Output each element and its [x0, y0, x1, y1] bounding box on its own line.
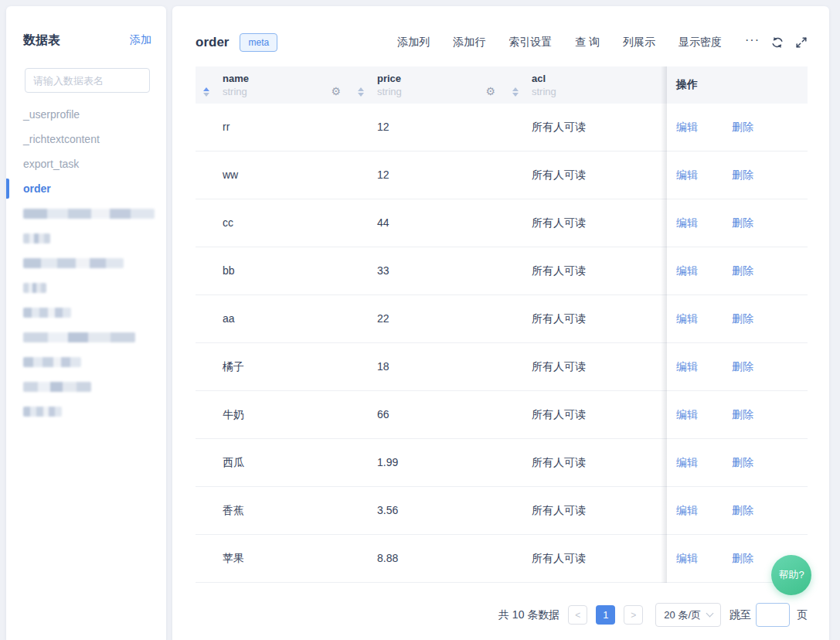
table-row: aa 22 所有人可读 编辑 删除	[196, 295, 808, 343]
chevron-down-icon	[706, 610, 714, 618]
cell-actions: 编辑 删除	[667, 199, 808, 247]
page-title: order	[196, 35, 229, 50]
help-button[interactable]: 帮助?	[771, 555, 811, 595]
sidebar-table-item-label: order	[23, 182, 51, 195]
delete-link[interactable]: 删除	[732, 264, 753, 277]
edit-link[interactable]: 编辑	[676, 312, 698, 325]
table-row: 橘子 18 所有人可读 编辑 删除	[196, 343, 808, 391]
sidebar-table-item-redacted[interactable]	[6, 300, 166, 325]
edit-link[interactable]: 编辑	[676, 360, 698, 373]
delete-link[interactable]: 删除	[732, 504, 753, 516]
add-table-button[interactable]: 添加	[130, 33, 151, 47]
edit-link[interactable]: 编辑	[676, 216, 698, 229]
cell-name: 苹果	[196, 535, 350, 582]
sidebar-table-item-redacted[interactable]	[6, 349, 166, 374]
sidebar-panel: 数据表 添加 _userprofile _richtextcontent exp…	[6, 6, 166, 640]
delete-link[interactable]: 删除	[732, 169, 753, 181]
cell-actions: 编辑 删除	[667, 391, 808, 438]
column-header-actions: 操作	[667, 66, 808, 104]
column-display-button[interactable]: 列展示	[623, 36, 655, 49]
sidebar-table-item[interactable]: order	[6, 176, 166, 201]
cell-acl: 所有人可读	[505, 295, 667, 342]
cell-name: 橘子	[196, 343, 350, 390]
main-panel: order meta 添加列 添加行 索引设置 查 询 列展示 显示密度 ···	[172, 6, 829, 640]
redacted-text	[23, 258, 124, 268]
edit-link[interactable]: 编辑	[676, 169, 698, 181]
edit-link[interactable]: 编辑	[676, 552, 698, 564]
column-title: name	[223, 73, 350, 84]
redacted-text	[23, 407, 62, 417]
delete-link[interactable]: 删除	[732, 312, 753, 325]
index-settings-button[interactable]: 索引设置	[508, 36, 552, 49]
delete-link[interactable]: 删除	[732, 552, 753, 564]
delete-link[interactable]: 删除	[732, 360, 753, 373]
cell-acl: 所有人可读	[505, 343, 667, 390]
sidebar-table-item-redacted[interactable]	[6, 226, 166, 250]
pagination-page-1[interactable]: 1	[596, 605, 615, 625]
cell-acl: 所有人可读	[505, 391, 667, 438]
add-row-button[interactable]: 添加行	[453, 36, 485, 49]
table-row: bb 33 所有人可读 编辑 删除	[196, 247, 808, 295]
edit-link[interactable]: 编辑	[676, 456, 698, 468]
sidebar-title: 数据表	[23, 32, 60, 49]
delete-link[interactable]: 删除	[732, 216, 753, 229]
sidebar-table-item-redacted[interactable]	[6, 399, 166, 424]
table-row: 苹果 8.88 所有人可读 编辑 删除	[196, 535, 808, 583]
pagination-prev-button[interactable]: <	[568, 605, 587, 625]
column-title: acl	[532, 73, 667, 84]
sidebar-table-item-redacted[interactable]	[6, 250, 166, 275]
column-type: string	[532, 86, 667, 97]
cell-name: 香蕉	[196, 487, 350, 534]
cell-price: 33	[350, 247, 505, 294]
column-title-block: price string	[350, 66, 505, 97]
sidebar-table-item[interactable]: _richtextcontent	[6, 127, 166, 151]
sidebar-table-item-redacted[interactable]	[6, 275, 166, 300]
cell-actions: 编辑 删除	[667, 151, 808, 199]
sort-icon[interactable]	[358, 87, 364, 97]
cell-actions: 编辑 删除	[667, 104, 808, 151]
redacted-text	[23, 209, 155, 219]
query-button[interactable]: 查 询	[575, 36, 600, 49]
edit-link[interactable]: 编辑	[676, 504, 698, 516]
refresh-icon[interactable]	[770, 36, 784, 49]
page-size-select[interactable]: 20 条/页	[655, 603, 721, 627]
sidebar-table-item-label: export_task	[23, 158, 79, 170]
delete-link[interactable]: 删除	[732, 121, 753, 133]
add-column-button[interactable]: 添加列	[397, 36, 430, 49]
sidebar-table-item[interactable]: export_task	[6, 151, 166, 176]
edit-link[interactable]: 编辑	[676, 121, 698, 133]
cell-actions: 编辑 删除	[667, 439, 808, 486]
column-header-acl: acl string	[505, 66, 667, 104]
edit-link[interactable]: 编辑	[676, 408, 698, 420]
cell-price: 44	[350, 199, 505, 247]
table-search-input[interactable]	[25, 68, 150, 93]
sidebar-table-item-redacted[interactable]	[6, 201, 166, 226]
sort-icon[interactable]	[203, 87, 209, 97]
cell-name: rr	[196, 104, 350, 151]
cell-name: 牛奶	[196, 391, 350, 438]
sidebar-table-item-label: _userprofile	[23, 108, 80, 121]
display-density-button[interactable]: 显示密度	[678, 36, 722, 49]
cell-price: 66	[350, 391, 505, 438]
redacted-text	[23, 382, 91, 392]
redacted-text	[23, 308, 71, 318]
edit-link[interactable]: 编辑	[676, 264, 698, 277]
fullscreen-icon[interactable]	[795, 36, 808, 49]
cell-actions: 编辑 删除	[667, 295, 808, 342]
cell-price: 8.88	[350, 535, 505, 582]
delete-link[interactable]: 删除	[732, 408, 753, 420]
sidebar-table-item-redacted[interactable]	[6, 325, 166, 349]
toolbar: 添加列 添加行 索引设置 查 询 列展示 显示密度 ···	[397, 36, 808, 49]
gear-icon[interactable]: ⚙	[485, 86, 495, 97]
sidebar-table-item[interactable]: _userprofile	[6, 102, 166, 127]
sort-icon[interactable]	[512, 87, 519, 97]
gear-icon[interactable]: ⚙	[331, 86, 341, 97]
column-title: price	[377, 73, 505, 84]
sidebar-table-item-redacted[interactable]	[6, 374, 166, 399]
pagination-next-button[interactable]: >	[624, 605, 643, 625]
delete-link[interactable]: 删除	[732, 456, 753, 468]
cell-acl: 所有人可读	[505, 104, 667, 151]
jump-page-input[interactable]	[756, 603, 790, 627]
more-icon[interactable]: ···	[745, 36, 760, 44]
cell-actions: 编辑 删除	[667, 487, 808, 534]
